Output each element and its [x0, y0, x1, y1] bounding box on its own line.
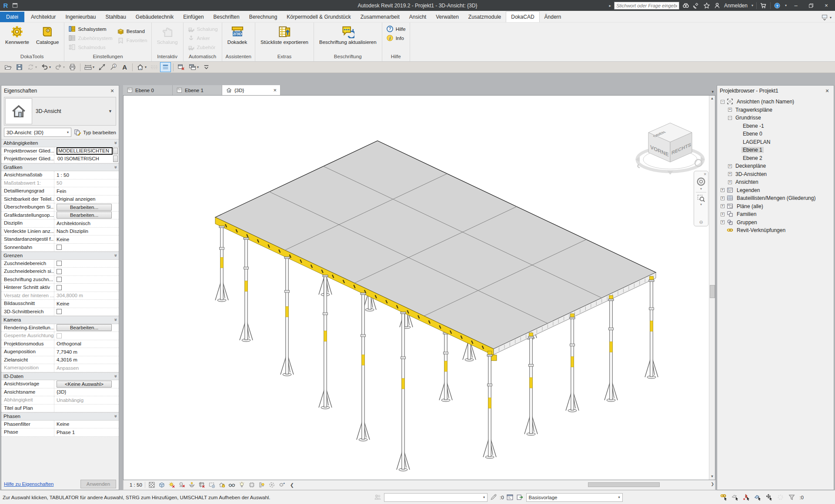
close-icon[interactable]: ✕ — [703, 172, 708, 176]
formwork-prop[interactable] — [281, 257, 294, 376]
property-value[interactable] — [54, 260, 119, 268]
temp-view-button[interactable] — [228, 481, 236, 489]
active-workset-select[interactable]: ▾ — [384, 493, 488, 502]
minimize-button[interactable]: – — [790, 1, 802, 10]
qat-measure-button[interactable]: ▾ — [83, 62, 96, 72]
ribbon-button-beschriftung-aktualisieren[interactable]: Beschriftung aktualisieren — [317, 24, 379, 53]
collapse-icon[interactable]: ⊖ — [699, 219, 703, 225]
property-value[interactable] — [54, 332, 119, 340]
collapse-icon[interactable]: « — [113, 375, 118, 378]
sun-path-button[interactable] — [168, 481, 176, 489]
ribbon-button-schalung[interactable]: Schalung — [154, 24, 180, 53]
tree-item-lageplan[interactable]: LAGEPLAN — [717, 138, 834, 146]
constraints-button[interactable] — [258, 481, 266, 489]
view-tab-ebene-1[interactable]: Ebene 1 — [173, 85, 222, 95]
view-tab--3d-[interactable]: {3D}× — [222, 85, 281, 95]
formwork-prop[interactable] — [240, 238, 253, 342]
formwork-prop[interactable] — [319, 275, 332, 409]
ribbon-button-anker[interactable]: Anker — [186, 34, 219, 42]
search-input[interactable] — [614, 2, 679, 10]
value-input[interactable]: 00 ISOMETRISCH — [57, 156, 113, 162]
ribbon-button-catalogue[interactable]: Catalogue — [33, 24, 61, 53]
property-value[interactable]: 304,8000 m — [54, 292, 119, 300]
close-icon[interactable]: × — [108, 87, 116, 94]
property-value[interactable] — [54, 244, 119, 252]
infocenter-expand-icon[interactable]: ▸ — [609, 3, 611, 8]
property-value[interactable]: 50 — [54, 179, 119, 187]
collapse-icon[interactable]: « — [113, 166, 118, 169]
property-value[interactable]: Orthogonal — [54, 340, 119, 348]
property-section-phasen[interactable]: Phasen« — [1, 412, 119, 421]
instance-selector[interactable]: 3D-Ansicht: {3D} ▾ — [4, 128, 71, 137]
view-scale-button[interactable]: 1 : 50 — [127, 482, 145, 488]
scroll-up-icon[interactable]: ▲ — [709, 96, 715, 102]
property-value[interactable] — [54, 268, 119, 275]
value-button[interactable]: Bearbeiten... — [57, 324, 112, 331]
crop-view-button[interactable] — [198, 481, 206, 489]
property-value[interactable]: Nach Disziplin — [54, 228, 119, 235]
qat-home-button[interactable]: ▾ — [135, 62, 148, 72]
property-value[interactable]: Bearbeiten... — [54, 203, 119, 211]
tree-item-gruppen[interactable]: +Gruppen — [717, 219, 834, 227]
collapse-icon[interactable]: « — [113, 318, 118, 321]
ribbon-tab-k-rpermodell-grundst-ck[interactable]: Körpermodell & Grundstück — [282, 12, 355, 22]
search-icon[interactable] — [682, 2, 690, 9]
property-value[interactable]: 00 ISOMETRISCH — [54, 155, 119, 163]
value-button[interactable]: Bearbeiten... — [57, 212, 112, 219]
collapse-icon[interactable]: « — [113, 254, 118, 257]
property-value[interactable] — [54, 405, 119, 412]
qat-textA-button[interactable]: A — [119, 62, 130, 72]
checkbox[interactable] — [57, 245, 62, 250]
property-value[interactable]: Architektonisch — [54, 219, 119, 227]
tree-item-ebene-0[interactable]: Ebene 0 — [717, 130, 834, 138]
property-value[interactable]: 1 : 50 — [54, 171, 119, 179]
property-value[interactable]: Unabhängig — [54, 396, 119, 404]
tree-item-tragwerkspl-ne[interactable]: +Tragwerkspläne — [717, 106, 834, 114]
app-store-cart-icon[interactable] — [760, 2, 767, 9]
scrollbar-thumb[interactable] — [710, 285, 715, 298]
property-value[interactable]: {3D} — [54, 388, 119, 396]
help-icon[interactable]: ? — [774, 2, 781, 9]
checkbox[interactable] — [57, 285, 62, 290]
detail-level-button[interactable] — [148, 481, 156, 489]
tree-item-ebene-1[interactable]: Ebene 1 — [717, 146, 834, 154]
tree-toggle-icon[interactable]: + — [728, 108, 732, 112]
type-selector[interactable]: 3D-Ansicht ▼ — [4, 97, 116, 126]
ribbon-tab-zusammenarbeit[interactable]: Zusammenarbeit — [356, 12, 404, 22]
property-value[interactable] — [54, 284, 119, 292]
worksharing-button[interactable] — [268, 481, 276, 489]
funnel-icon[interactable] — [788, 494, 796, 501]
ribbon-tab-beschriften[interactable]: Beschriften — [209, 12, 244, 22]
formwork-prop[interactable] — [357, 293, 370, 441]
close-button[interactable]: × — [820, 1, 832, 10]
select-links-icon[interactable] — [720, 494, 728, 501]
property-section-grafiken[interactable]: Grafiken« — [1, 163, 119, 172]
tree-item-3d-ansichten[interactable]: +3D-Ansichten — [717, 170, 834, 179]
ribbon-tab-zusatzmodule[interactable]: Zusatzmodule — [464, 12, 506, 22]
tree-toggle-icon[interactable]: + — [728, 180, 732, 184]
browse-button[interactable] — [113, 156, 118, 162]
ribbon-tab-verwalten[interactable]: Verwalten — [431, 12, 464, 22]
collapse-icon[interactable]: « — [113, 415, 118, 418]
property-value[interactable]: Keine — [54, 235, 119, 243]
qat-tag-button[interactable]: 1 — [108, 62, 119, 72]
qat-closehidden-button[interactable] — [176, 62, 187, 72]
ribbon-tab-ingenieurbau[interactable]: Ingenieurbau — [60, 12, 100, 22]
ribbon-button-kennwerte[interactable]: Kennwerte — [3, 24, 32, 53]
tree-item-ebene-2[interactable]: Ebene 2 — [717, 154, 834, 162]
property-value[interactable]: 7,7940 m — [54, 348, 119, 356]
view-lock-button[interactable] — [218, 481, 226, 489]
tree-toggle-icon[interactable]: + — [721, 204, 725, 208]
property-value[interactable]: 4,3016 m — [54, 356, 119, 364]
checkbox[interactable] — [57, 277, 62, 282]
tree-toggle-icon[interactable]: + — [728, 172, 732, 176]
scrollbar-thumb[interactable] — [588, 482, 660, 487]
chevron-down-icon[interactable]: ▾ — [700, 202, 702, 206]
formwork-prop[interactable] — [215, 226, 228, 302]
property-section-id-daten[interactable]: ID-Daten« — [1, 372, 119, 381]
3d-model-view[interactable]: OBENVORNERECHTS — [124, 96, 710, 480]
select-underlay-icon[interactable] — [731, 494, 739, 501]
chevron-down-icon[interactable]: ▼ — [108, 109, 112, 113]
property-value[interactable]: Keine — [54, 421, 119, 428]
property-value[interactable]: Anpassen — [54, 364, 119, 372]
